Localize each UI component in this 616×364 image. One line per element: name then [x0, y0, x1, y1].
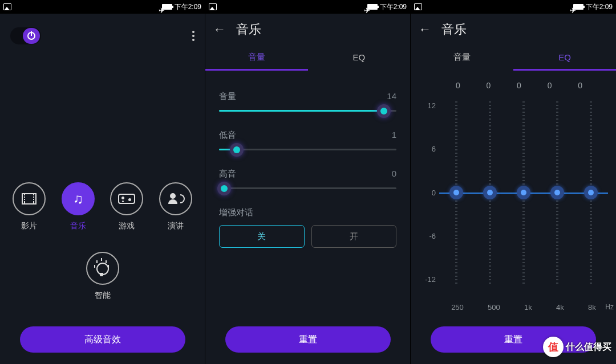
page-title: 音乐: [236, 21, 261, 38]
slider-label: 音量: [219, 91, 236, 102]
status-bar: 下午2:09: [205, 0, 410, 14]
enhance-off-button[interactable]: 关: [219, 225, 305, 248]
film-icon: [22, 193, 37, 205]
clock: 下午2:09: [586, 2, 613, 12]
back-icon[interactable]: ←: [213, 22, 226, 37]
watermark-text: 什么值得买: [566, 341, 611, 353]
tab-volume[interactable]: 音量: [411, 46, 513, 71]
eq-band-slider[interactable]: [556, 101, 558, 284]
screen-modes: 下午2:09 影片 ♫ 音乐 游戏 演讲 智能 高级音: [0, 0, 205, 364]
slider-value: 14: [387, 91, 396, 102]
mode-film[interactable]: 影片: [13, 182, 46, 231]
eq-knob[interactable]: [449, 186, 463, 199]
gamepad-icon: [118, 194, 135, 204]
advanced-button[interactable]: 高级音效: [20, 326, 185, 353]
battery-icon: [367, 4, 378, 10]
eq-band-slider[interactable]: [455, 101, 457, 284]
eq-band-slider[interactable]: [489, 101, 491, 284]
status-bar: 下午2:09: [0, 0, 205, 14]
watermark: 值 什么值得买: [543, 337, 611, 357]
status-bar: 下午2:09: [411, 0, 616, 14]
speech-icon: [170, 193, 181, 205]
back-icon[interactable]: ←: [419, 22, 431, 37]
eq-value: 0: [578, 81, 582, 90]
slider-label: 高音: [219, 169, 236, 179]
enhance-on-button[interactable]: 开: [311, 225, 397, 248]
power-toggle[interactable]: [10, 27, 41, 44]
eq-value: 0: [548, 81, 552, 90]
y-tick: 12: [419, 101, 436, 110]
eq-band-slider[interactable]: [522, 101, 525, 284]
y-tick: 6: [419, 145, 436, 153]
mode-label: 演讲: [168, 221, 184, 231]
eq-x-axis: 250 500 1k 4k 8k Hz: [411, 295, 616, 312]
hz-label: Hz: [605, 303, 614, 311]
screen-eq: 下午2:09 ← 音乐 音量 EQ 0 0 0 0 0 12 6 0 -6 -1…: [411, 0, 616, 364]
slider-value: 1: [392, 130, 396, 141]
eq-knob[interactable]: [584, 186, 598, 199]
tab-eq[interactable]: EQ: [513, 46, 616, 71]
eq-band-values: 0 0 0 0 0: [411, 81, 616, 90]
x-tick: 500: [488, 303, 500, 312]
picture-icon: [209, 3, 217, 10]
y-tick: -12: [419, 275, 436, 284]
mode-smart[interactable]: 智能: [86, 252, 119, 301]
mode-label: 音乐: [70, 221, 86, 231]
battery-icon: [162, 4, 172, 10]
eq-value: 0: [486, 81, 491, 90]
mode-label: 游戏: [119, 221, 135, 231]
slider-volume[interactable]: 音量14: [219, 91, 396, 112]
eq-value: 0: [456, 81, 460, 90]
eq-knob[interactable]: [517, 186, 530, 199]
watermark-icon: 值: [543, 337, 564, 357]
eq-band-slider[interactable]: [590, 101, 592, 284]
y-tick: -6: [419, 232, 436, 240]
eq-value: 0: [517, 81, 521, 90]
power-icon: [27, 32, 35, 40]
tab-eq[interactable]: EQ: [308, 46, 411, 71]
bulb-icon: [96, 260, 109, 276]
x-tick: 250: [451, 303, 464, 312]
reset-button[interactable]: 重置: [225, 326, 391, 353]
slider-treble[interactable]: 高音0: [219, 169, 396, 189]
mode-speech[interactable]: 演讲: [159, 182, 192, 231]
page-title: 音乐: [441, 21, 467, 38]
screen-volume: 下午2:09 ← 音乐 音量 EQ 音量14 低音1 高音0 增强对话 关 开 …: [205, 0, 411, 364]
slider-bass[interactable]: 低音1: [219, 130, 396, 150]
more-icon[interactable]: [192, 31, 194, 41]
mode-music[interactable]: ♫ 音乐: [62, 182, 95, 231]
eq-knob[interactable]: [550, 186, 564, 199]
clock: 下午2:09: [175, 2, 201, 12]
y-tick: 0: [419, 189, 436, 197]
enhance-label: 增强对话: [219, 207, 396, 218]
battery-icon: [573, 4, 583, 10]
mode-label: 影片: [21, 221, 37, 231]
picture-icon: [414, 3, 422, 10]
x-tick: 8k: [588, 303, 596, 312]
x-tick: 1k: [524, 303, 532, 312]
mode-game[interactable]: 游戏: [110, 182, 143, 231]
clock: 下午2:09: [380, 2, 407, 12]
slider-value: 0: [392, 169, 396, 179]
music-note-icon: ♫: [73, 191, 83, 207]
mode-label: 智能: [95, 291, 111, 301]
eq-knob[interactable]: [483, 186, 497, 199]
eq-y-axis: 12 6 0 -6 -12: [419, 101, 436, 284]
picture-icon: [3, 3, 11, 10]
x-tick: 4k: [556, 303, 564, 312]
slider-label: 低音: [219, 130, 236, 141]
tab-volume[interactable]: 音量: [205, 46, 308, 71]
